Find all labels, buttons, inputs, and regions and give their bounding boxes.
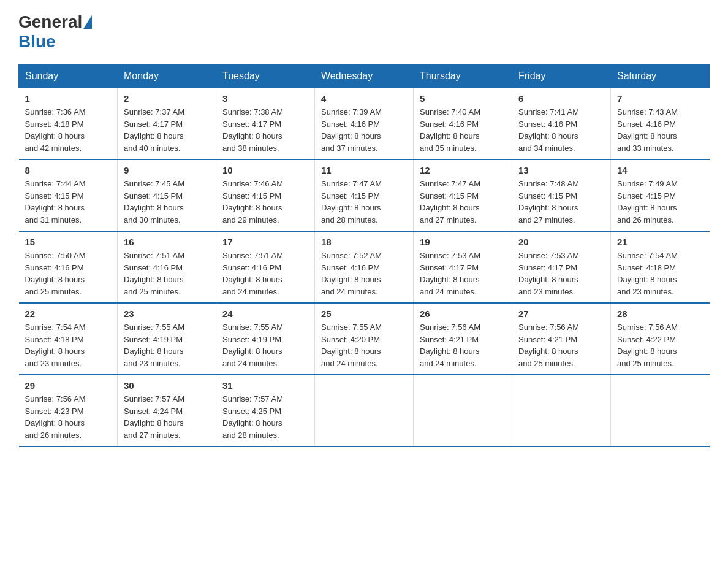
calendar-cell: 13 Sunrise: 7:48 AMSunset: 4:15 PMDaylig… — [512, 159, 611, 231]
day-info: Sunrise: 7:56 AMSunset: 4:21 PMDaylight:… — [518, 321, 604, 369]
calendar-cell: 17 Sunrise: 7:51 AMSunset: 4:16 PMDaylig… — [216, 231, 315, 303]
day-number: 4 — [321, 93, 407, 104]
day-info: Sunrise: 7:52 AMSunset: 4:16 PMDaylight:… — [321, 250, 407, 297]
day-info: Sunrise: 7:39 AMSunset: 4:16 PMDaylight:… — [321, 106, 407, 154]
day-number: 1 — [25, 93, 112, 104]
day-info: Sunrise: 7:40 AMSunset: 4:16 PMDaylight:… — [420, 106, 506, 154]
calendar-cell: 20 Sunrise: 7:53 AMSunset: 4:17 PMDaylig… — [512, 231, 611, 303]
calendar-cell: 18 Sunrise: 7:52 AMSunset: 4:16 PMDaylig… — [315, 231, 414, 303]
calendar-cell: 29 Sunrise: 7:56 AMSunset: 4:23 PMDaylig… — [19, 375, 118, 446]
day-number: 2 — [124, 93, 210, 104]
day-number: 12 — [420, 165, 506, 175]
day-info: Sunrise: 7:36 AMSunset: 4:18 PMDaylight:… — [25, 106, 112, 154]
day-info: Sunrise: 7:54 AMSunset: 4:18 PMDaylight:… — [25, 321, 112, 369]
calendar-cell: 21 Sunrise: 7:54 AMSunset: 4:18 PMDaylig… — [611, 231, 710, 303]
col-header-wednesday: Wednesday — [315, 64, 414, 88]
calendar-week-row: 15 Sunrise: 7:50 AMSunset: 4:16 PMDaylig… — [19, 231, 710, 303]
col-header-monday: Monday — [118, 64, 216, 88]
calendar-week-row: 22 Sunrise: 7:54 AMSunset: 4:18 PMDaylig… — [19, 303, 710, 375]
day-number: 10 — [222, 165, 308, 175]
col-header-thursday: Thursday — [414, 64, 512, 88]
logo-general-text: General — [18, 12, 82, 32]
calendar-cell: 7 Sunrise: 7:43 AMSunset: 4:16 PMDayligh… — [611, 88, 710, 160]
day-number: 15 — [25, 237, 112, 247]
day-number: 20 — [518, 237, 604, 247]
day-number: 29 — [25, 380, 112, 391]
day-info: Sunrise: 7:44 AMSunset: 4:15 PMDaylight:… — [25, 178, 112, 226]
calendar-cell — [512, 375, 611, 446]
day-number: 30 — [124, 380, 210, 391]
day-info: Sunrise: 7:56 AMSunset: 4:21 PMDaylight:… — [420, 321, 506, 369]
day-info: Sunrise: 7:57 AMSunset: 4:24 PMDaylight:… — [124, 393, 210, 441]
day-number: 23 — [124, 308, 210, 319]
calendar-cell: 5 Sunrise: 7:40 AMSunset: 4:16 PMDayligh… — [414, 88, 512, 160]
day-number: 11 — [321, 165, 407, 175]
calendar-cell: 25 Sunrise: 7:55 AMSunset: 4:20 PMDaylig… — [315, 303, 414, 375]
day-number: 27 — [518, 308, 604, 319]
day-number: 7 — [617, 93, 703, 104]
day-number: 16 — [124, 237, 210, 247]
day-info: Sunrise: 7:54 AMSunset: 4:18 PMDaylight:… — [617, 250, 703, 297]
day-number: 9 — [124, 165, 210, 175]
calendar-header-row: SundayMondayTuesdayWednesdayThursdayFrid… — [19, 64, 710, 88]
logo-blue-text: Blue — [18, 32, 56, 51]
calendar-cell: 8 Sunrise: 7:44 AMSunset: 4:15 PMDayligh… — [19, 159, 118, 231]
day-number: 24 — [222, 308, 308, 319]
day-number: 17 — [222, 237, 308, 247]
day-number: 3 — [222, 93, 308, 104]
calendar-cell: 14 Sunrise: 7:49 AMSunset: 4:15 PMDaylig… — [611, 159, 710, 231]
day-info: Sunrise: 7:50 AMSunset: 4:16 PMDaylight:… — [25, 250, 112, 297]
day-number: 26 — [420, 308, 506, 319]
calendar-cell — [414, 375, 512, 446]
day-info: Sunrise: 7:48 AMSunset: 4:15 PMDaylight:… — [518, 178, 604, 226]
day-info: Sunrise: 7:55 AMSunset: 4:19 PMDaylight:… — [222, 321, 308, 369]
calendar-cell: 24 Sunrise: 7:55 AMSunset: 4:19 PMDaylig… — [216, 303, 315, 375]
calendar-cell: 2 Sunrise: 7:37 AMSunset: 4:17 PMDayligh… — [118, 88, 216, 160]
day-info: Sunrise: 7:56 AMSunset: 4:23 PMDaylight:… — [25, 393, 112, 441]
calendar-cell: 3 Sunrise: 7:38 AMSunset: 4:17 PMDayligh… — [216, 88, 315, 160]
day-info: Sunrise: 7:55 AMSunset: 4:20 PMDaylight:… — [321, 321, 407, 369]
calendar-cell: 23 Sunrise: 7:55 AMSunset: 4:19 PMDaylig… — [118, 303, 216, 375]
col-header-tuesday: Tuesday — [216, 64, 315, 88]
col-header-saturday: Saturday — [611, 64, 710, 88]
calendar-cell: 27 Sunrise: 7:56 AMSunset: 4:21 PMDaylig… — [512, 303, 611, 375]
calendar-cell — [315, 375, 414, 446]
calendar-cell: 19 Sunrise: 7:53 AMSunset: 4:17 PMDaylig… — [414, 231, 512, 303]
logo-triangle-icon — [83, 15, 92, 29]
day-info: Sunrise: 7:49 AMSunset: 4:15 PMDaylight:… — [617, 178, 703, 226]
day-info: Sunrise: 7:46 AMSunset: 4:15 PMDaylight:… — [222, 178, 308, 226]
col-header-sunday: Sunday — [19, 64, 118, 88]
calendar-cell: 11 Sunrise: 7:47 AMSunset: 4:15 PMDaylig… — [315, 159, 414, 231]
day-info: Sunrise: 7:56 AMSunset: 4:22 PMDaylight:… — [617, 321, 703, 369]
day-info: Sunrise: 7:43 AMSunset: 4:16 PMDaylight:… — [617, 106, 703, 154]
day-info: Sunrise: 7:37 AMSunset: 4:17 PMDaylight:… — [124, 106, 210, 154]
calendar-cell — [611, 375, 710, 446]
day-number: 25 — [321, 308, 407, 319]
day-number: 21 — [617, 237, 703, 247]
calendar-table: SundayMondayTuesdayWednesdayThursdayFrid… — [18, 64, 710, 447]
calendar-cell: 26 Sunrise: 7:56 AMSunset: 4:21 PMDaylig… — [414, 303, 512, 375]
day-number: 28 — [617, 308, 703, 319]
day-info: Sunrise: 7:41 AMSunset: 4:16 PMDaylight:… — [518, 106, 604, 154]
calendar-week-row: 8 Sunrise: 7:44 AMSunset: 4:15 PMDayligh… — [19, 159, 710, 231]
calendar-cell: 4 Sunrise: 7:39 AMSunset: 4:16 PMDayligh… — [315, 88, 414, 160]
day-info: Sunrise: 7:57 AMSunset: 4:25 PMDaylight:… — [222, 393, 308, 441]
day-number: 18 — [321, 237, 407, 247]
day-number: 6 — [518, 93, 604, 104]
day-info: Sunrise: 7:53 AMSunset: 4:17 PMDaylight:… — [518, 250, 604, 297]
day-number: 13 — [518, 165, 604, 175]
calendar-cell: 9 Sunrise: 7:45 AMSunset: 4:15 PMDayligh… — [118, 159, 216, 231]
calendar-cell: 15 Sunrise: 7:50 AMSunset: 4:16 PMDaylig… — [19, 231, 118, 303]
calendar-cell: 30 Sunrise: 7:57 AMSunset: 4:24 PMDaylig… — [118, 375, 216, 446]
day-info: Sunrise: 7:51 AMSunset: 4:16 PMDaylight:… — [222, 250, 308, 297]
day-number: 5 — [420, 93, 506, 104]
calendar-cell: 28 Sunrise: 7:56 AMSunset: 4:22 PMDaylig… — [611, 303, 710, 375]
day-info: Sunrise: 7:51 AMSunset: 4:16 PMDaylight:… — [124, 250, 210, 297]
calendar-week-row: 1 Sunrise: 7:36 AMSunset: 4:18 PMDayligh… — [19, 88, 710, 160]
calendar-cell: 10 Sunrise: 7:46 AMSunset: 4:15 PMDaylig… — [216, 159, 315, 231]
day-info: Sunrise: 7:47 AMSunset: 4:15 PMDaylight:… — [321, 178, 407, 226]
calendar-cell: 6 Sunrise: 7:41 AMSunset: 4:16 PMDayligh… — [512, 88, 611, 160]
calendar-cell: 31 Sunrise: 7:57 AMSunset: 4:25 PMDaylig… — [216, 375, 315, 446]
calendar-cell: 22 Sunrise: 7:54 AMSunset: 4:18 PMDaylig… — [19, 303, 118, 375]
day-info: Sunrise: 7:45 AMSunset: 4:15 PMDaylight:… — [124, 178, 210, 226]
